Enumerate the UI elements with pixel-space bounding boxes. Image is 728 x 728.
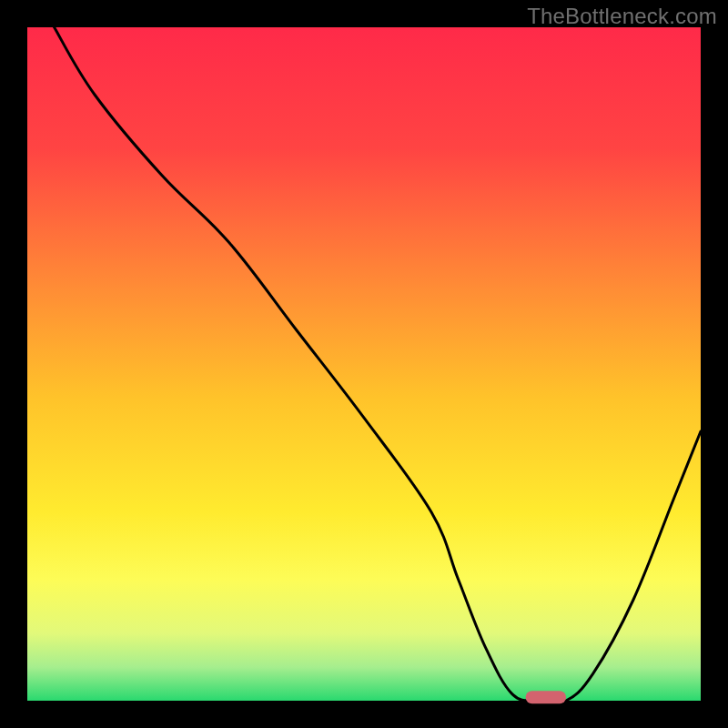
watermark-text: TheBottleneck.com bbox=[527, 4, 717, 29]
bottleneck-chart bbox=[0, 0, 728, 728]
plot-background bbox=[27, 27, 701, 701]
optimum-marker bbox=[526, 691, 566, 703]
chart-container: TheBottleneck.com bbox=[0, 0, 728, 728]
